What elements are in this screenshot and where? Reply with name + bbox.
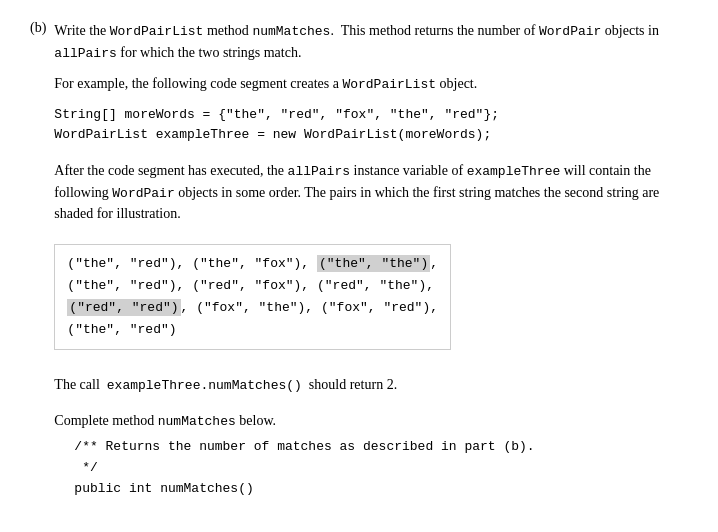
inline-code-7: exampleThree: [467, 164, 561, 179]
javadoc-line-2: */: [74, 458, 688, 479]
javadoc-line-3: public int numMatches(): [74, 479, 688, 500]
inline-code-1: WordPairList: [110, 24, 204, 39]
call-line: The call exampleThree.numMatches() shoul…: [54, 374, 688, 396]
pairs-row-1: ("the", "red"), ("the", "fox"), ("the", …: [67, 253, 438, 275]
inline-code-9: numMatches: [158, 414, 236, 429]
pairs-row-2: ("the", "red"), ("red", "fox"), ("red", …: [67, 275, 438, 297]
pair-3-comma: ,: [430, 256, 438, 271]
pair-8: ("fox", "the"),: [196, 300, 321, 315]
pair-9: ("fox", "red"),: [321, 300, 438, 315]
example-intro: For example, the following code segment …: [54, 73, 688, 95]
part-label: (b): [30, 20, 46, 500]
pair-6: ("red", "the"),: [317, 278, 434, 293]
pairs-block: ("the", "red"), ("the", "fox"), ("the", …: [54, 244, 451, 350]
inline-code-4: allPairs: [54, 46, 116, 61]
code-line-1: String[] moreWords = {"the", "red", "fox…: [54, 105, 688, 126]
pair-1: ("the", "red"),: [67, 256, 192, 271]
complete-section: Complete method numMatches below. /** Re…: [54, 410, 688, 500]
call-code: exampleThree.numMatches(): [107, 378, 302, 393]
pair-3-highlighted: ("the", "the"): [317, 255, 430, 272]
pair-5: ("red", "fox"),: [192, 278, 317, 293]
pair-7-comma: ,: [181, 300, 197, 315]
javadoc-line-1: /** Returns the number of matches as des…: [74, 437, 688, 458]
inline-code-3: WordPair: [539, 24, 601, 39]
pairs-row-3: ("red", "red"), ("fox", "the"), ("fox", …: [67, 297, 438, 319]
pair-10: ("the", "red"): [67, 322, 176, 337]
question-part-b: (b) Write the WordPairList method numMat…: [30, 20, 688, 500]
pair-7-highlighted: ("red", "red"): [67, 299, 180, 316]
pair-4: ("the", "red"),: [67, 278, 192, 293]
javadoc-block: /** Returns the number of matches as des…: [74, 437, 688, 499]
call-text-2: should return 2.: [309, 377, 397, 392]
inline-code-5: WordPairList: [342, 77, 436, 92]
main-description: Write the WordPairList method numMatches…: [54, 20, 688, 63]
pair-2: ("the", "fox"),: [192, 256, 317, 271]
inline-code-2: numMatches: [252, 24, 330, 39]
complete-label: Complete method numMatches below.: [54, 410, 688, 432]
call-text-1: The call: [54, 377, 99, 392]
after-text: After the code segment has executed, the…: [54, 160, 688, 224]
code-block: String[] moreWords = {"the", "red", "fox…: [54, 105, 688, 147]
inline-code-8: WordPair: [112, 186, 174, 201]
pairs-row-4: ("the", "red"): [67, 319, 438, 341]
inline-code-6: allPairs: [288, 164, 350, 179]
code-line-2: WordPairList exampleThree = new WordPair…: [54, 125, 688, 146]
content-block: Write the WordPairList method numMatches…: [54, 20, 688, 500]
